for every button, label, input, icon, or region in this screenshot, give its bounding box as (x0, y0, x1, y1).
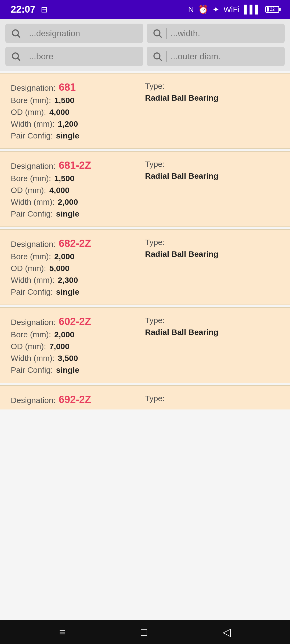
type-value: Radial Ball Bearing (145, 93, 218, 103)
bearing-card-partial: Designation: 692-2Z Type: (0, 385, 290, 409)
width-value: 3,500 (58, 354, 78, 363)
designation-value: 681-2Z (59, 160, 91, 171)
designation-value: 682-2Z (59, 238, 91, 249)
pair-config-label: Pair Config: (11, 287, 53, 297)
width-label: Width (mm): (11, 276, 55, 285)
svg-point-2 (154, 30, 160, 36)
bearing-card[interactable]: Designation: 602-2Z Bore (mm): 2,000 OD … (0, 307, 290, 383)
designation-label: Designation: (11, 83, 56, 93)
bottom-nav: ≡ □ ◁ (0, 620, 290, 644)
outer-diam-input[interactable] (171, 52, 279, 61)
bearing-right: Type: Radial Ball Bearing (145, 82, 279, 140)
bore-input[interactable] (29, 52, 138, 61)
designation-value: 692-2Z (59, 394, 91, 405)
width-label: Width (mm): (11, 354, 55, 363)
pair-config-label: Pair Config: (11, 209, 53, 218)
status-time: 22:07 (11, 4, 35, 15)
search-row-1 (5, 24, 285, 43)
menu-button[interactable]: ≡ (59, 626, 65, 638)
type-value: Radial Ball Bearing (145, 171, 218, 181)
type-label: Type: (145, 394, 165, 403)
bearing-card[interactable]: Designation: 681-2Z Bore (mm): 1,500 OD … (0, 151, 290, 227)
home-button[interactable]: □ (141, 626, 147, 638)
designation-label: Designation: (11, 318, 56, 327)
bore-row: Bore (mm): 2,000 (11, 330, 145, 339)
type-row: Type: (145, 238, 279, 247)
designation-input[interactable] (29, 28, 138, 38)
bearing-right: Type: Radial Ball Bearing (145, 160, 279, 218)
designation-row: Designation: 681 (11, 82, 145, 93)
bearing-right: Type: (145, 394, 279, 407)
pair-config-row: Pair Config: single (11, 365, 145, 375)
svg-line-7 (159, 58, 162, 61)
designation-row: Designation: 682-2Z (11, 238, 145, 249)
width-label: Width (mm): (11, 119, 55, 129)
od-label: OD (mm): (11, 264, 46, 273)
width-value: 2,300 (58, 276, 78, 285)
outer-diam-search-box[interactable] (147, 47, 285, 66)
pair-config-row: Pair Config: single (11, 209, 145, 218)
svg-point-4 (12, 53, 18, 59)
svg-point-6 (154, 53, 160, 59)
bore-row: Bore (mm): 1,500 (11, 174, 145, 183)
svg-line-3 (159, 35, 162, 38)
width-value: 2,000 (58, 197, 78, 207)
bore-label: Bore (mm): (11, 252, 51, 261)
pair-config-label: Pair Config: (11, 131, 53, 140)
od-row: OD (mm): 5,000 (11, 264, 145, 273)
pair-config-value: single (56, 131, 79, 140)
pair-config-value: single (56, 287, 79, 297)
bearing-card[interactable]: Designation: 682-2Z Bore (mm): 2,000 OD … (0, 229, 290, 305)
type-row: Type: (145, 82, 279, 91)
status-left: 22:07 ⊟ (11, 4, 48, 15)
bore-row: Bore (mm): 2,000 (11, 252, 145, 261)
bearing-left: Designation: 692-2Z (11, 394, 145, 407)
od-value: 5,000 (49, 264, 70, 273)
designation-search-box[interactable] (5, 24, 143, 43)
bore-label: Bore (mm): (11, 96, 51, 105)
type-label: Type: (145, 82, 165, 91)
bore-search-box[interactable] (5, 47, 143, 66)
type-row: Type: (145, 160, 279, 169)
designation-row: Designation: 692-2Z (11, 394, 145, 405)
bore-value: 1,500 (54, 96, 74, 105)
od-value: 4,000 (49, 186, 70, 195)
type-value-row: Radial Ball Bearing (145, 93, 279, 103)
pair-config-label: Pair Config: (11, 365, 53, 375)
width-search-box[interactable] (147, 24, 285, 43)
designation-label: Designation: (11, 396, 56, 405)
designation-label: Designation: (11, 162, 56, 171)
bearing-left: Designation: 602-2Z Bore (mm): 2,000 OD … (11, 316, 145, 375)
bearing-left: Designation: 681 Bore (mm): 1,500 OD (mm… (11, 82, 145, 140)
type-row: Type: (145, 394, 279, 403)
search-icon-bore (11, 51, 21, 61)
svg-point-0 (12, 30, 18, 36)
pair-config-value: single (56, 365, 79, 375)
type-value-row: Radial Ball Bearing (145, 328, 279, 337)
width-value: 1,200 (58, 119, 78, 129)
search-icon-width (152, 28, 162, 38)
type-value: Radial Ball Bearing (145, 250, 218, 259)
bearing-right: Type: Radial Ball Bearing (145, 316, 279, 375)
bearing-right: Type: Radial Ball Bearing (145, 238, 279, 297)
bearing-card[interactable]: Designation: 681 Bore (mm): 1,500 OD (mm… (0, 73, 290, 149)
width-row: Width (mm): 3,500 (11, 354, 145, 363)
type-value-row: Radial Ball Bearing (145, 250, 279, 259)
bearing-list: Designation: 681 Bore (mm): 1,500 OD (mm… (0, 71, 290, 620)
pair-config-value: single (56, 209, 79, 218)
bore-label: Bore (mm): (11, 330, 51, 339)
type-value-row: Radial Ball Bearing (145, 171, 279, 181)
type-label: Type: (145, 160, 165, 169)
svg-line-5 (18, 58, 20, 61)
back-button[interactable]: ◁ (223, 626, 231, 638)
od-value: 4,000 (49, 108, 70, 117)
alarm-icon: ⏰ (198, 5, 208, 14)
width-input[interactable] (171, 28, 279, 38)
search-row-2 (5, 47, 285, 66)
bore-label: Bore (mm): (11, 174, 51, 183)
bearing-left: Designation: 681-2Z Bore (mm): 1,500 OD … (11, 160, 145, 218)
pair-config-row: Pair Config: single (11, 131, 145, 140)
type-row: Type: (145, 316, 279, 325)
bore-value: 2,000 (54, 252, 74, 261)
width-row: Width (mm): 1,200 (11, 119, 145, 129)
